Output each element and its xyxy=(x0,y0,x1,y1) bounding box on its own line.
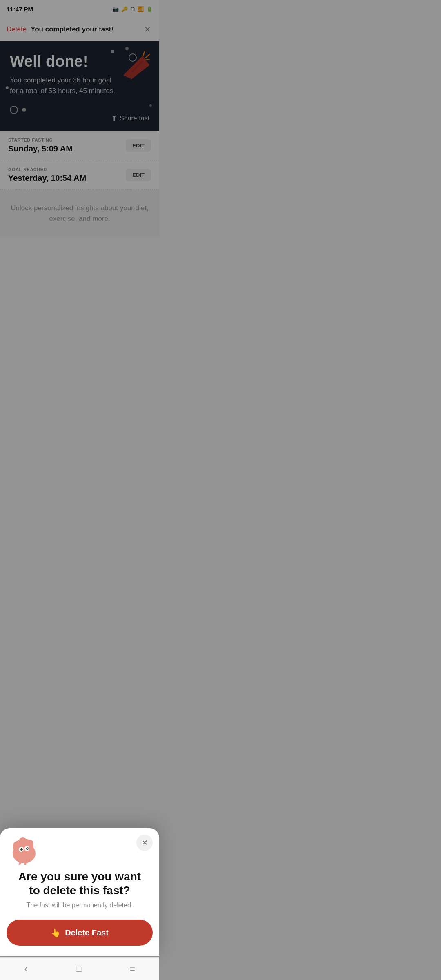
status-bar: 11:47 PM 📷 🔑 ⬡ 📶 🔋 xyxy=(0,0,159,18)
confetti-dot-1 xyxy=(111,50,114,53)
indicator-2 xyxy=(22,108,26,112)
header-left: Delete You completed your fast! xyxy=(7,25,114,33)
goal-label: GOAL REACHED xyxy=(8,167,86,172)
edit-goal-button[interactable]: EDIT xyxy=(126,169,151,181)
confetti-dot-3 xyxy=(6,86,9,89)
delete-label[interactable]: Delete xyxy=(7,25,27,33)
celebration-body: You completed your 36 hour goal for a to… xyxy=(10,75,116,96)
header-bar: Delete You completed your fast! ✕ xyxy=(0,18,159,41)
header-title: You completed your fast! xyxy=(31,25,114,33)
edit-start-button[interactable]: EDIT xyxy=(126,139,151,152)
svg-line-3 xyxy=(146,54,149,58)
share-icon: ⬆ xyxy=(111,114,117,123)
celebration-card: Well done! You completed your 36 hour go… xyxy=(0,41,159,131)
battery-icon: 🔋 xyxy=(146,6,153,12)
indicator-1 xyxy=(10,106,18,114)
party-horn-icon xyxy=(119,49,152,81)
close-button[interactable]: ✕ xyxy=(143,23,153,36)
camera-icon: 📷 xyxy=(112,6,119,12)
started-fasting-info: STARTED FASTING Sunday, 5:09 AM xyxy=(8,138,73,154)
goal-reached-info: GOAL REACHED Yesterday, 10:54 AM xyxy=(8,167,86,183)
card-footer: ⬆ Share fast xyxy=(10,106,149,114)
key-icon: 🔑 xyxy=(121,6,128,12)
goal-value: Yesterday, 10:54 AM xyxy=(8,174,86,183)
info-section: STARTED FASTING Sunday, 5:09 AM EDIT GOA… xyxy=(0,131,159,190)
wifi-icon: 📶 xyxy=(137,6,144,12)
confetti-dot-4 xyxy=(149,104,152,107)
svg-line-2 xyxy=(143,52,145,56)
started-fasting-row: STARTED FASTING Sunday, 5:09 AM EDIT xyxy=(0,131,159,160)
bluetooth-icon: ⬡ xyxy=(130,6,135,12)
unlock-section: Unlock personalized insights about your … xyxy=(0,190,159,237)
status-time: 11:47 PM xyxy=(7,6,33,13)
share-fast-button[interactable]: ⬆ Share fast xyxy=(111,114,149,123)
started-value: Sunday, 5:09 AM xyxy=(8,144,73,154)
unlock-text: Unlock personalized insights about your … xyxy=(8,203,151,224)
page-indicators xyxy=(10,106,26,114)
share-label: Share fast xyxy=(120,115,149,122)
goal-reached-row: GOAL REACHED Yesterday, 10:54 AM EDIT xyxy=(0,160,159,190)
status-icons: 📷 🔑 ⬡ 📶 🔋 xyxy=(112,6,153,12)
started-label: STARTED FASTING xyxy=(8,138,73,143)
